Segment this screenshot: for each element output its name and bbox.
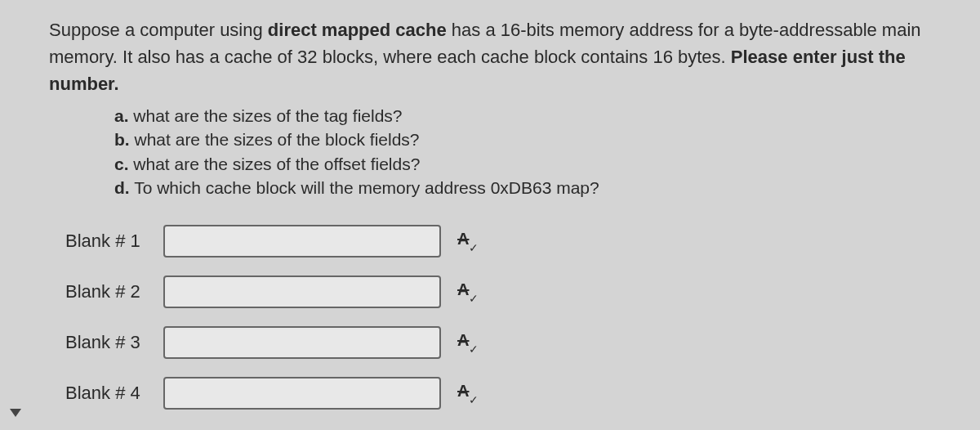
blank-row-1: Blank # 1	[65, 225, 956, 258]
spellcheck-icon[interactable]	[457, 282, 477, 302]
question-intro-part1: Suppose a computer using	[49, 20, 268, 40]
question-text: Suppose a computer using direct mapped c…	[49, 16, 956, 97]
blank-1-input[interactable]	[163, 225, 441, 258]
question-intro-bold1: direct mapped cache	[268, 20, 447, 40]
blank-2-input[interactable]	[163, 275, 441, 308]
sub-question-d: d. To which cache block will the memory …	[114, 176, 956, 199]
blank-4-input[interactable]	[163, 377, 441, 410]
blank-2-label: Blank # 2	[65, 281, 163, 302]
sub-letter-a: a.	[114, 106, 129, 125]
scroll-down-icon[interactable]	[10, 409, 21, 417]
blanks-container: Blank # 1 Blank # 2 Blank # 3 Blank # 4	[49, 225, 956, 410]
blank-1-label: Blank # 1	[65, 231, 163, 252]
blank-row-2: Blank # 2	[65, 275, 956, 308]
sub-letter-c: c.	[114, 155, 129, 173]
blank-3-label: Blank # 3	[65, 332, 163, 353]
sub-question-a: a. what are the sizes of the tag fields?	[114, 104, 956, 128]
spellcheck-icon[interactable]	[457, 333, 477, 352]
blank-row-4: Blank # 4	[65, 377, 956, 410]
spellcheck-icon[interactable]	[457, 231, 477, 251]
sub-text-d: To which cache block will the memory add…	[130, 178, 599, 197]
sub-text-b: what are the sizes of the block fields?	[130, 130, 420, 149]
sub-letter-d: d.	[114, 178, 130, 197]
sub-question-c: c. what are the sizes of the offset fiel…	[114, 152, 956, 176]
blank-4-label: Blank # 4	[65, 383, 163, 404]
sub-text-a: what are the sizes of the tag fields?	[129, 106, 403, 125]
sub-letter-b: b.	[114, 130, 130, 149]
blank-3-input[interactable]	[163, 326, 441, 359]
sub-questions: a. what are the sizes of the tag fields?…	[49, 104, 956, 200]
sub-text-c: what are the sizes of the offset fields?	[129, 155, 421, 173]
sub-question-b: b. what are the sizes of the block field…	[114, 128, 956, 151]
blank-row-3: Blank # 3	[65, 326, 956, 359]
spellcheck-icon[interactable]	[457, 383, 477, 403]
